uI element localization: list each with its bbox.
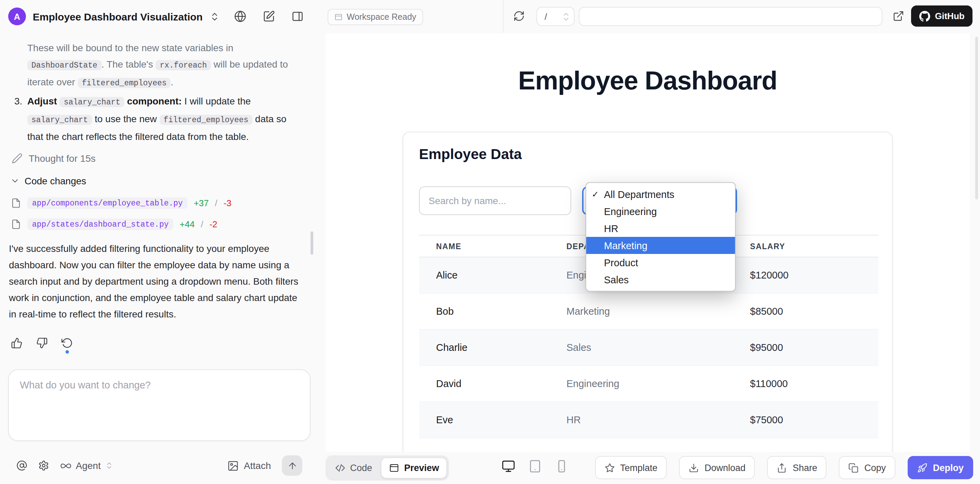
code-icon [335,463,345,473]
chat-input[interactable] [9,370,310,440]
assistant-message-plan: These will be bound to the new state var… [27,40,300,91]
copy-icon [849,462,859,473]
app: A Employee Dashboard Visualization These… [0,0,980,484]
globe-icon[interactable] [234,10,247,22]
preview-header: Workspace Ready / GitHub [315,0,980,33]
search-input[interactable] [419,186,571,215]
employee-salary: $95000 [750,342,878,353]
dropdown-option[interactable]: Sales [586,271,735,288]
file-change-row[interactable]: app/components/employee_table.py+37/-3 [11,195,231,210]
dropdown-option[interactable]: Engineering [586,203,735,220]
employee-name: Eve [436,414,566,425]
dropdown-option[interactable]: ✓All Departments [586,186,735,203]
open-external-icon[interactable] [892,10,904,22]
column-header: SALARY [750,242,878,250]
employee-department: HR [566,414,750,425]
github-icon [919,11,930,22]
download-button[interactable]: Download [679,456,755,479]
project-title[interactable]: Employee Dashboard Visualization [33,11,203,22]
file-icon [11,197,21,208]
employee-salary: $85000 [750,306,878,317]
avatar[interactable]: A [8,8,26,25]
tablet-icon[interactable] [527,458,543,474]
code-changes-label: Code changes [25,175,86,186]
star-icon [604,462,614,473]
rocket-icon [917,462,928,473]
workspace-status-label: Workspace Ready [347,12,416,22]
device-size-switch [500,458,570,474]
workspace-status-badge: Workspace Ready [328,9,423,25]
download-icon [689,462,699,473]
table-row: DavidEngineering$110000 [419,366,878,402]
table-row: EveHR$75000 [419,402,878,438]
chevron-up-down-icon [105,462,113,470]
settings-gear-icon[interactable] [38,460,49,471]
table-row: BobMarketing$85000 [419,293,878,330]
deploy-label: Deploy [933,462,964,473]
retry-icon[interactable] [61,337,73,349]
url-input[interactable] [579,7,882,26]
employee-salary: $120000 [750,270,878,280]
composer-toolbar: Agent Attach [8,453,306,478]
compose-icon[interactable] [263,10,275,22]
employee-salary: $110000 [750,378,878,389]
chat-panel: A Employee Dashboard Visualization These… [0,0,315,484]
mobile-icon[interactable] [554,458,570,474]
chat-composer[interactable] [8,369,310,441]
github-label: GitHub [935,11,965,21]
dropdown-option[interactable]: Marketing [586,237,735,254]
preview-scrollbar[interactable] [975,37,978,199]
panel-toggle-icon[interactable] [291,10,304,22]
file-icon [11,219,21,229]
dropdown-option[interactable]: HR [586,220,735,237]
table-row: CharlieSales$95000 [419,330,878,366]
mention-icon[interactable] [16,460,27,471]
stepper-icon[interactable] [563,12,569,21]
thumbs-up-icon[interactable] [11,337,22,349]
deploy-button[interactable]: Deploy [908,456,973,479]
thought-duration[interactable]: Thought for 15s [11,153,95,164]
preview-toolbar: Code Preview Template [315,452,980,484]
tab-preview[interactable]: Preview [381,457,447,479]
attach-label: Attach [244,460,271,471]
github-button[interactable]: GitHub [911,5,973,27]
page-title: Employee Dashboard [326,66,970,96]
url-path-stepper[interactable]: / [536,7,574,26]
file-change-row[interactable]: app/states/dashboard_state.py+44/-2 [11,217,231,231]
copy-button[interactable]: Copy [839,456,896,479]
thumbs-down-icon[interactable] [36,337,48,349]
assistant-message-step3: Adjust salary_chart component: I will up… [27,93,302,145]
agent-label: Agent [76,460,101,471]
desktop-icon[interactable] [500,458,517,474]
list-item-number: 3. [14,93,22,109]
send-button[interactable] [282,455,302,476]
agent-selector[interactable]: Agent [60,460,113,471]
dropdown-option[interactable]: Product [586,254,735,271]
arrow-up-icon [287,460,297,471]
column-header: NAME [436,242,566,250]
employee-name: Charlie [436,342,566,353]
view-mode-switch: Code Preview [326,455,449,481]
employee-data-card: Employee Data NAMEDEPARTMENTSALARY Alice… [402,132,892,452]
tab-code[interactable]: Code [328,457,380,479]
infinity-icon [60,460,72,471]
employee-department: Engineering [566,378,750,389]
chat-scrollbar[interactable] [310,231,313,255]
header-divider [503,0,504,33]
chat-header-actions [234,10,304,22]
template-button[interactable]: Template [595,456,667,479]
browser-icon [389,463,399,473]
template-label: Template [620,462,657,473]
chevron-down-icon [10,176,20,186]
employee-name: Alice [436,270,566,280]
reload-icon[interactable] [513,10,525,22]
url-prefix: / [545,11,547,22]
preview-panel: Employee Dashboard Employee Data NAMEDEP… [315,33,980,452]
title-selector-icon[interactable] [210,11,220,22]
employee-department: Sales [566,342,750,353]
thought-label: Thought for 15s [29,153,95,164]
code-changes-toggle[interactable]: Code changes [10,175,86,186]
attach-button[interactable]: Attach [228,460,271,471]
share-button[interactable]: Share [767,456,827,479]
assistant-summary: I've successfully added filtering functi… [9,240,305,322]
